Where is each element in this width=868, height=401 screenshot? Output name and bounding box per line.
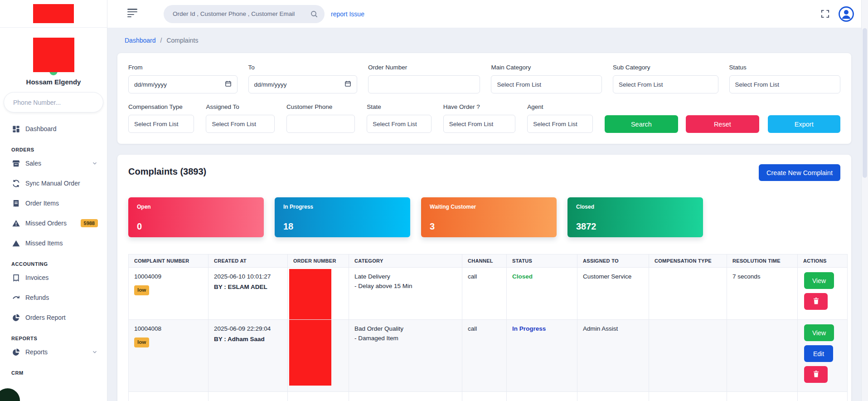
state-select[interactable]: Select From List bbox=[367, 115, 431, 133]
sidebar-item-reports[interactable]: Reports bbox=[0, 342, 107, 362]
cell-order-number bbox=[288, 320, 349, 392]
avatar-container bbox=[33, 38, 74, 72]
sidebar-item-sales[interactable]: Sales bbox=[0, 153, 107, 173]
chat-widget-icon[interactable] bbox=[0, 388, 20, 401]
delete-button[interactable] bbox=[804, 293, 828, 310]
logo-broken-image bbox=[33, 4, 74, 23]
filter-field-main-category: Main Category Select From List bbox=[491, 64, 601, 93]
sidebar-item-invoices[interactable]: Invoices bbox=[0, 268, 107, 288]
filter-field-from: From dd/mm/yyyy bbox=[128, 64, 238, 93]
reset-button[interactable]: Reset bbox=[686, 115, 759, 133]
page-title: Complaints (3893) bbox=[128, 164, 206, 177]
filter-label: Compensation Type bbox=[128, 103, 194, 110]
summary-card-open[interactable]: Open 0 bbox=[128, 197, 264, 237]
return-arrow-icon bbox=[11, 293, 20, 302]
summary-card-waiting-customer[interactable]: Waiting Customer 3 bbox=[421, 197, 557, 237]
main-category-select[interactable]: Select From List bbox=[491, 75, 601, 93]
sidebar-section-orders: ORDERS bbox=[0, 147, 107, 152]
sidebar-item-dashboard[interactable]: Dashboard bbox=[0, 119, 107, 139]
vertical-scrollbar[interactable] bbox=[861, 0, 868, 401]
sub-category: - Damaged Item bbox=[354, 334, 456, 343]
order-broken-image bbox=[289, 320, 331, 386]
cell-compensation-type bbox=[649, 320, 727, 392]
search-input[interactable] bbox=[172, 10, 307, 18]
warning-triangle-icon bbox=[11, 219, 20, 228]
report-issue-link[interactable]: report Issue bbox=[331, 10, 364, 18]
sidebar-item-label: Refunds bbox=[25, 294, 49, 301]
search-button[interactable]: Search bbox=[605, 115, 678, 133]
create-new-complaint-button[interactable]: Create New Complaint bbox=[759, 164, 840, 181]
select-placeholder: Select From List bbox=[212, 121, 256, 127]
select-placeholder: Select From List bbox=[533, 121, 577, 127]
filter-field-customer-phone: Customer Phone bbox=[286, 103, 355, 133]
summary-card-closed[interactable]: Closed 3872 bbox=[567, 197, 703, 237]
view-button[interactable]: View bbox=[804, 324, 834, 341]
chevron-down-icon bbox=[92, 349, 98, 355]
col-resolution-time: RESOLUTION TIME bbox=[727, 254, 798, 268]
hamburger-icon[interactable] bbox=[127, 9, 138, 19]
status-select[interactable]: Select From List bbox=[729, 75, 840, 93]
view-button[interactable]: View bbox=[804, 272, 834, 289]
cell-created-at: 2025-06-09 22:29:04 BY : Adham Saad bbox=[209, 320, 288, 392]
created-by: BY : ESLAM ADEL bbox=[214, 283, 282, 292]
logo-container bbox=[0, 0, 107, 28]
assigned-to-select[interactable]: Select From List bbox=[206, 115, 274, 133]
filters-panel: From dd/mm/yyyy To dd/mm/yyyy bbox=[117, 53, 851, 144]
col-created-at: CREATED AT bbox=[209, 254, 288, 268]
summary-card-value: 3872 bbox=[576, 221, 694, 232]
fullscreen-icon[interactable] bbox=[820, 9, 830, 19]
search-icon[interactable] bbox=[310, 10, 318, 18]
chevron-down-icon bbox=[92, 160, 98, 166]
phone-number-input[interactable] bbox=[4, 92, 103, 112]
table-row bbox=[129, 392, 848, 401]
summary-card-in-progress[interactable]: In Progress 18 bbox=[275, 197, 410, 237]
date-placeholder: dd/mm/yyyy bbox=[254, 81, 287, 88]
sidebar-item-refunds[interactable]: Refunds bbox=[0, 288, 107, 308]
sidebar-item-missed-orders[interactable]: Missed Orders 5988 bbox=[0, 213, 107, 233]
sidebar-section-crm: CRM bbox=[0, 370, 107, 376]
document-icon bbox=[11, 273, 20, 282]
sidebar-item-order-items[interactable]: Order Items bbox=[0, 193, 107, 213]
delete-button[interactable] bbox=[804, 366, 828, 383]
breadcrumb: Dashboard / Complaints bbox=[125, 28, 851, 53]
status-badge: Closed bbox=[512, 273, 533, 280]
trash-icon bbox=[813, 370, 820, 379]
priority-badge: low bbox=[134, 337, 149, 347]
breadcrumb-current: Complaints bbox=[166, 37, 198, 44]
user-avatar-broken-image bbox=[33, 38, 74, 72]
trash-icon bbox=[813, 297, 820, 306]
scrollbar-thumb[interactable] bbox=[863, 28, 867, 178]
pie-chart-icon bbox=[11, 313, 20, 322]
sidebar-item-label: Orders Report bbox=[25, 314, 66, 321]
filter-label: Agent bbox=[527, 103, 592, 110]
sidebar-item-label: Dashboard bbox=[25, 125, 57, 132]
sidebar-item-missed-items[interactable]: Missed Items bbox=[0, 233, 107, 253]
to-date-input[interactable]: dd/mm/yyyy bbox=[248, 75, 358, 93]
sidebar-menu: Dashboard ORDERS Sales Sync Manual Order… bbox=[0, 119, 107, 376]
sidebar-item-orders-report[interactable]: Orders Report bbox=[0, 308, 107, 328]
from-date-input[interactable]: dd/mm/yyyy bbox=[128, 75, 238, 93]
have-order-select[interactable]: Select From List bbox=[443, 115, 515, 133]
summary-card-value: 3 bbox=[430, 221, 548, 232]
sidebar-item-label: Order Items bbox=[25, 200, 59, 207]
agent-select[interactable]: Select From List bbox=[527, 115, 592, 133]
compensation-type-select[interactable]: Select From List bbox=[128, 115, 194, 133]
edit-button[interactable]: Edit bbox=[804, 345, 833, 362]
summary-card-label: In Progress bbox=[283, 204, 402, 210]
customer-phone-input[interactable] bbox=[292, 120, 349, 128]
triangle-icon bbox=[11, 239, 20, 248]
sidebar-item-sync-manual-order[interactable]: Sync Manual Order bbox=[0, 173, 107, 193]
cell-assigned-to: Admin Assist bbox=[577, 320, 649, 392]
export-button[interactable]: Export bbox=[768, 115, 840, 133]
summary-card-label: Closed bbox=[576, 204, 694, 210]
filter-label: From bbox=[128, 64, 238, 71]
status-summary-cards: Open 0 In Progress 18 Waiting Customer 3… bbox=[128, 197, 840, 237]
sub-category-select[interactable]: Select From List bbox=[613, 75, 718, 93]
order-number-input[interactable] bbox=[374, 81, 474, 88]
summary-card-value: 0 bbox=[137, 221, 255, 232]
filter-label: Status bbox=[729, 64, 840, 71]
user-avatar-icon[interactable] bbox=[838, 6, 854, 22]
sidebar-item-label: Reports bbox=[25, 348, 48, 356]
breadcrumb-dashboard-link[interactable]: Dashboard bbox=[125, 37, 156, 44]
sidebar-item-label: Missed Orders bbox=[25, 220, 67, 227]
